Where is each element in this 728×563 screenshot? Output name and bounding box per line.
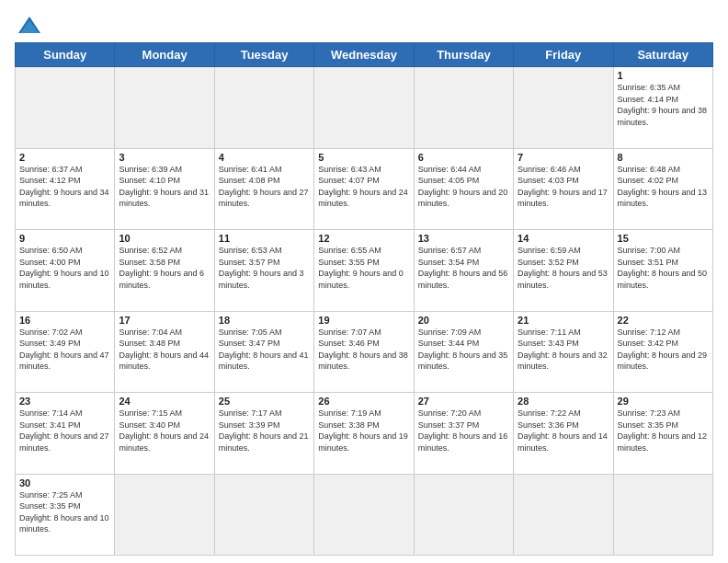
calendar-cell-empty [514, 67, 613, 149]
day-number: 25 [219, 396, 310, 407]
calendar-cell-13: 13Sunrise: 6:57 AM Sunset: 3:54 PM Dayli… [414, 230, 513, 312]
calendar-cell-19: 19Sunrise: 7:07 AM Sunset: 3:46 PM Dayli… [314, 311, 414, 393]
calendar-header-tuesday: Tuesday [214, 43, 313, 67]
day-info: Sunrise: 7:19 AM Sunset: 3:38 PM Dayligh… [318, 408, 409, 454]
calendar-cell-25: 25Sunrise: 7:17 AM Sunset: 3:39 PM Dayli… [214, 393, 313, 475]
calendar-cell-21: 21Sunrise: 7:11 AM Sunset: 3:43 PM Dayli… [514, 311, 613, 393]
day-number: 14 [518, 233, 609, 244]
calendar-cell-22: 22Sunrise: 7:12 AM Sunset: 3:42 PM Dayli… [613, 311, 712, 393]
calendar-header-wednesday: Wednesday [314, 43, 414, 67]
header [15, 15, 713, 35]
logo [15, 15, 42, 35]
day-info: Sunrise: 6:48 AM Sunset: 4:02 PM Dayligh… [618, 164, 709, 210]
day-info: Sunrise: 7:25 AM Sunset: 3:35 PM Dayligh… [19, 489, 110, 535]
calendar-cell-3: 3Sunrise: 6:39 AM Sunset: 4:10 PM Daylig… [115, 148, 214, 230]
day-number: 11 [219, 233, 310, 244]
logo-icon [17, 15, 42, 35]
day-info: Sunrise: 6:41 AM Sunset: 4:08 PM Dayligh… [219, 164, 310, 210]
calendar-cell-28: 28Sunrise: 7:22 AM Sunset: 3:36 PM Dayli… [514, 393, 613, 475]
calendar-cell-empty [214, 67, 313, 149]
calendar-week-3: 16Sunrise: 7:02 AM Sunset: 3:49 PM Dayli… [16, 311, 713, 393]
calendar-cell-empty [314, 67, 414, 149]
calendar-week-2: 9Sunrise: 6:50 AM Sunset: 4:00 PM Daylig… [16, 230, 713, 312]
calendar-cell-empty [16, 67, 115, 149]
day-number: 23 [19, 396, 110, 407]
calendar-week-0: 1Sunrise: 6:35 AM Sunset: 4:14 PM Daylig… [16, 67, 713, 149]
day-info: Sunrise: 7:15 AM Sunset: 3:40 PM Dayligh… [119, 408, 210, 454]
day-number: 26 [318, 396, 409, 407]
calendar-cell-27: 27Sunrise: 7:20 AM Sunset: 3:37 PM Dayli… [414, 393, 513, 475]
calendar-cell-empty [613, 474, 712, 556]
page: SundayMondayTuesdayWednesdayThursdayFrid… [0, 0, 728, 563]
day-number: 6 [418, 152, 509, 163]
day-number: 27 [418, 396, 509, 407]
day-number: 8 [618, 152, 709, 163]
calendar-cell-empty [115, 474, 214, 556]
day-number: 21 [518, 315, 609, 326]
calendar-cell-16: 16Sunrise: 7:02 AM Sunset: 3:49 PM Dayli… [16, 311, 115, 393]
day-info: Sunrise: 7:00 AM Sunset: 3:51 PM Dayligh… [618, 245, 709, 291]
calendar-cell-6: 6Sunrise: 6:44 AM Sunset: 4:05 PM Daylig… [414, 148, 513, 230]
day-info: Sunrise: 7:22 AM Sunset: 3:36 PM Dayligh… [518, 408, 609, 454]
calendar-cell-20: 20Sunrise: 7:09 AM Sunset: 3:44 PM Dayli… [414, 311, 513, 393]
calendar-header-saturday: Saturday [613, 43, 712, 67]
day-info: Sunrise: 6:46 AM Sunset: 4:03 PM Dayligh… [518, 164, 609, 210]
calendar-cell-15: 15Sunrise: 7:00 AM Sunset: 3:51 PM Dayli… [613, 230, 712, 312]
day-number: 18 [219, 315, 310, 326]
day-info: Sunrise: 6:53 AM Sunset: 3:57 PM Dayligh… [219, 245, 310, 291]
day-number: 10 [119, 233, 210, 244]
day-number: 17 [119, 315, 210, 326]
calendar-header-friday: Friday [514, 43, 613, 67]
calendar-cell-23: 23Sunrise: 7:14 AM Sunset: 3:41 PM Dayli… [16, 393, 115, 475]
calendar-cell-11: 11Sunrise: 6:53 AM Sunset: 3:57 PM Dayli… [214, 230, 313, 312]
calendar-cell-empty [314, 474, 414, 556]
day-info: Sunrise: 7:07 AM Sunset: 3:46 PM Dayligh… [318, 327, 409, 373]
calendar-cell-empty [414, 67, 513, 149]
day-info: Sunrise: 7:09 AM Sunset: 3:44 PM Dayligh… [418, 327, 509, 373]
day-info: Sunrise: 6:37 AM Sunset: 4:12 PM Dayligh… [19, 164, 110, 210]
day-info: Sunrise: 6:44 AM Sunset: 4:05 PM Dayligh… [418, 164, 509, 210]
day-number: 20 [418, 315, 509, 326]
day-info: Sunrise: 6:52 AM Sunset: 3:58 PM Dayligh… [119, 245, 210, 291]
calendar-week-4: 23Sunrise: 7:14 AM Sunset: 3:41 PM Dayli… [16, 393, 713, 475]
calendar-table: SundayMondayTuesdayWednesdayThursdayFrid… [15, 42, 713, 556]
day-number: 2 [19, 152, 110, 163]
day-info: Sunrise: 6:59 AM Sunset: 3:52 PM Dayligh… [518, 245, 609, 291]
day-number: 13 [418, 233, 509, 244]
calendar-cell-2: 2Sunrise: 6:37 AM Sunset: 4:12 PM Daylig… [16, 148, 115, 230]
day-info: Sunrise: 6:39 AM Sunset: 4:10 PM Dayligh… [119, 164, 210, 210]
day-number: 3 [119, 152, 210, 163]
day-info: Sunrise: 6:43 AM Sunset: 4:07 PM Dayligh… [318, 164, 409, 210]
calendar-cell-7: 7Sunrise: 6:46 AM Sunset: 4:03 PM Daylig… [514, 148, 613, 230]
calendar-week-5: 30Sunrise: 7:25 AM Sunset: 3:35 PM Dayli… [16, 474, 713, 556]
day-number: 7 [518, 152, 609, 163]
day-info: Sunrise: 7:02 AM Sunset: 3:49 PM Dayligh… [19, 327, 110, 373]
calendar-cell-empty [514, 474, 613, 556]
day-info: Sunrise: 6:35 AM Sunset: 4:14 PM Dayligh… [618, 82, 709, 128]
calendar-cell-17: 17Sunrise: 7:04 AM Sunset: 3:48 PM Dayli… [115, 311, 214, 393]
day-info: Sunrise: 7:14 AM Sunset: 3:41 PM Dayligh… [19, 408, 110, 454]
day-info: Sunrise: 6:57 AM Sunset: 3:54 PM Dayligh… [418, 245, 509, 291]
day-number: 9 [19, 233, 110, 244]
calendar-header-sunday: Sunday [16, 43, 115, 67]
day-info: Sunrise: 6:55 AM Sunset: 3:55 PM Dayligh… [318, 245, 409, 291]
day-number: 28 [518, 396, 609, 407]
day-info: Sunrise: 7:17 AM Sunset: 3:39 PM Dayligh… [219, 408, 310, 454]
calendar-cell-4: 4Sunrise: 6:41 AM Sunset: 4:08 PM Daylig… [214, 148, 313, 230]
calendar-cell-26: 26Sunrise: 7:19 AM Sunset: 3:38 PM Dayli… [314, 393, 414, 475]
calendar-cell-9: 9Sunrise: 6:50 AM Sunset: 4:00 PM Daylig… [16, 230, 115, 312]
day-info: Sunrise: 7:20 AM Sunset: 3:37 PM Dayligh… [418, 408, 509, 454]
calendar-cell-30: 30Sunrise: 7:25 AM Sunset: 3:35 PM Dayli… [16, 474, 115, 556]
calendar-cell-29: 29Sunrise: 7:23 AM Sunset: 3:35 PM Dayli… [613, 393, 712, 475]
calendar-cell-5: 5Sunrise: 6:43 AM Sunset: 4:07 PM Daylig… [314, 148, 414, 230]
day-number: 16 [19, 315, 110, 326]
calendar-cell-empty [414, 474, 513, 556]
day-number: 5 [318, 152, 409, 163]
calendar-header-row: SundayMondayTuesdayWednesdayThursdayFrid… [16, 43, 713, 67]
day-number: 19 [318, 315, 409, 326]
calendar-week-1: 2Sunrise: 6:37 AM Sunset: 4:12 PM Daylig… [16, 148, 713, 230]
calendar-cell-8: 8Sunrise: 6:48 AM Sunset: 4:02 PM Daylig… [613, 148, 712, 230]
calendar-cell-10: 10Sunrise: 6:52 AM Sunset: 3:58 PM Dayli… [115, 230, 214, 312]
day-info: Sunrise: 7:12 AM Sunset: 3:42 PM Dayligh… [618, 327, 709, 373]
day-info: Sunrise: 6:50 AM Sunset: 4:00 PM Dayligh… [19, 245, 110, 291]
